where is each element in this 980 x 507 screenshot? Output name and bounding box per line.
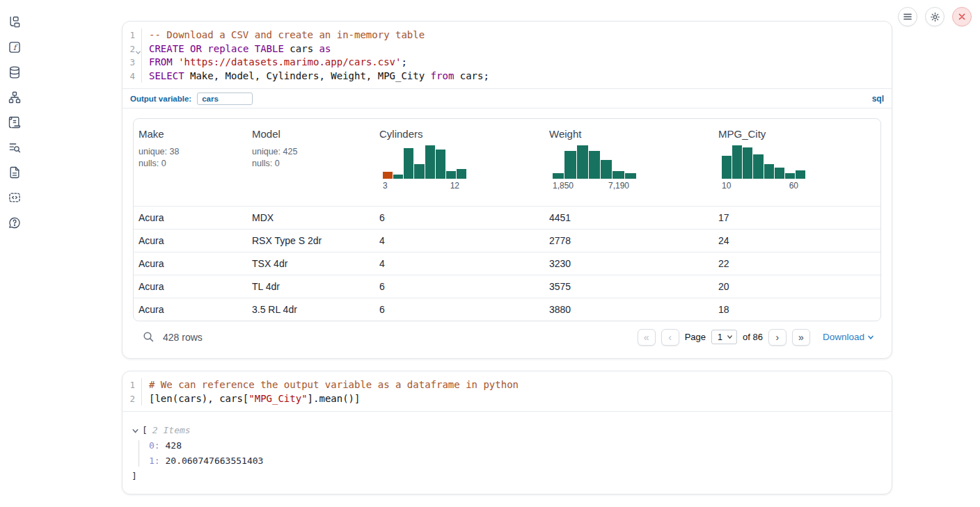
last-page-button[interactable]: »: [792, 329, 810, 346]
table-cell: Acura: [134, 212, 247, 223]
hierarchy-icon: [8, 90, 22, 104]
tree-entry[interactable]: 1: 20.060747663551403: [149, 453, 892, 469]
chevron-down-icon: [132, 427, 139, 435]
histogram-bar: [722, 156, 732, 179]
gear-icon: [930, 12, 940, 22]
histogram-bar: [601, 160, 612, 179]
axis-max-label: 60: [789, 181, 798, 191]
sidebar-item-documentation[interactable]: [8, 166, 22, 179]
column-header[interactable]: Weight1,8507,190: [544, 119, 713, 206]
column-histogram[interactable]: 1,8507,190: [553, 145, 636, 191]
close-button[interactable]: [952, 7, 972, 26]
column-name: Make: [139, 128, 242, 140]
chevron-down-icon: [867, 334, 874, 341]
code-text: -- Download a CSV and create an in-memor…: [142, 29, 425, 42]
sidebar-item-dependency-graph[interactable]: [8, 90, 22, 104]
table-body: AcuraMDX6445117AcuraRSX Type S 2dr427782…: [134, 206, 880, 321]
histogram-bar: [753, 154, 763, 179]
histogram-bar: [446, 171, 456, 179]
column-header[interactable]: Cylinders312: [374, 119, 544, 206]
tree-entry-key: 1:: [149, 456, 160, 466]
code-line: 3FROM 'https://datasets.marimo.app/cars.…: [122, 56, 892, 70]
download-button[interactable]: Download: [823, 332, 874, 342]
table-cell: Acura: [134, 304, 247, 315]
histogram-bars: [553, 145, 636, 179]
next-page-button[interactable]: ›: [768, 329, 787, 346]
output-variable-label: Output variable:: [130, 95, 191, 103]
output-variable-input[interactable]: [197, 92, 253, 105]
code-line: 1-- Download a CSV and create an in-memo…: [122, 29, 892, 42]
help-bubble-icon: [8, 216, 22, 230]
tree-entry-value: 20.060747663551403: [160, 456, 264, 466]
table-row[interactable]: AcuraTSX 4dr4323022: [134, 252, 880, 275]
axis-min-label: 10: [722, 181, 731, 191]
column-header[interactable]: Modelunique: 425nulls: 0: [247, 119, 374, 206]
sidebar-item-functions[interactable]: f: [8, 40, 22, 54]
sidebar-item-scratchpad[interactable]: [8, 115, 22, 129]
sidebar-item-file-explorer[interactable]: [8, 15, 22, 29]
page-total-label: of 86: [743, 332, 763, 342]
scroll-icon: [8, 115, 22, 129]
sidebar-item-snippets[interactable]: [8, 191, 22, 204]
histogram-bar: [796, 170, 805, 179]
table-cell: TL 4dr: [247, 281, 374, 292]
table-cell: TSX 4dr: [247, 258, 374, 269]
histogram-bar: [393, 175, 403, 179]
column-name: Cylinders: [379, 128, 539, 140]
table-cell: 24: [713, 235, 880, 246]
sql-cell-output: Makeunique: 38nulls: 0Modelunique: 425nu…: [122, 108, 892, 358]
sidebar: f: [0, 0, 29, 230]
code-line: 4SELECT Make, Model, Cylinders, Weight, …: [122, 70, 892, 83]
histogram-bar: [457, 169, 466, 179]
table-footer: 428 rows « ‹ Page 1 of 86 › » Download: [133, 321, 881, 350]
prev-page-button[interactable]: ‹: [661, 329, 679, 346]
page-select[interactable]: 1: [711, 330, 737, 344]
first-page-button[interactable]: «: [638, 329, 656, 346]
table-cell: 22: [713, 258, 880, 269]
sql-cell: 1-- Download a CSV and create an in-memo…: [122, 21, 892, 359]
table-row[interactable]: AcuraRSX Type S 2dr4277824: [134, 229, 880, 252]
column-name: MPG_City: [718, 128, 875, 140]
histogram-bar: [764, 164, 774, 179]
column-header[interactable]: Makeunique: 38nulls: 0: [134, 119, 247, 206]
code-text: SELECT Make, Model, Cylinders, Weight, M…: [142, 70, 489, 83]
tree-entry-value: 428: [160, 440, 182, 451]
histogram-bar: [577, 145, 588, 179]
chevron-down-icon: [727, 334, 733, 340]
table-row[interactable]: Acura3.5 RL 4dr6388018: [134, 298, 880, 321]
table-row[interactable]: AcuraMDX6445117: [134, 206, 880, 229]
tree-root[interactable]: [ 2 Items: [132, 423, 892, 438]
close-bracket: ]: [132, 469, 892, 484]
table-cell: 3230: [544, 258, 713, 269]
tree-entry-key: 0:: [149, 440, 160, 451]
python-code-editor[interactable]: 1# We can reference the output variable …: [122, 371, 892, 411]
column-header[interactable]: MPG_City1060: [713, 119, 880, 206]
histogram-bar: [785, 173, 795, 179]
code-text: FROM 'https://datasets.marimo.app/cars.c…: [142, 56, 407, 70]
histogram-bars: [722, 145, 805, 179]
line-number: 2: [122, 392, 142, 406]
table-row[interactable]: AcuraTL 4dr6357520: [134, 275, 880, 298]
histogram-bar: [553, 173, 564, 179]
code-line: 2[len(cars), cars["MPG_City"].mean()]: [122, 392, 892, 406]
histogram-bar: [414, 164, 424, 179]
line-number: 2: [122, 42, 142, 56]
sidebar-item-help[interactable]: [8, 216, 22, 230]
column-histogram[interactable]: 1060: [722, 145, 805, 191]
settings-button[interactable]: [925, 7, 945, 26]
menu-button[interactable]: [898, 7, 917, 26]
pagination: « ‹ Page 1 of 86 › »: [638, 329, 810, 346]
sidebar-item-logs[interactable]: [8, 140, 22, 154]
tree-entry[interactable]: 0: 428: [149, 438, 892, 453]
table-cell: 4451: [544, 212, 713, 223]
table-cell: 4: [374, 235, 544, 246]
file-tree-icon: [8, 15, 22, 29]
search-button[interactable]: [140, 329, 157, 346]
histogram-axis-labels: 1,8507,190: [553, 181, 636, 191]
line-number: 1: [122, 29, 142, 42]
table-cell: 18: [713, 304, 880, 315]
sidebar-item-datasources[interactable]: [8, 65, 22, 79]
column-histogram[interactable]: 312: [383, 145, 466, 191]
sql-code-editor[interactable]: 1-- Download a CSV and create an in-memo…: [122, 22, 892, 88]
output-variable-bar: Output variable: sql: [122, 88, 892, 108]
